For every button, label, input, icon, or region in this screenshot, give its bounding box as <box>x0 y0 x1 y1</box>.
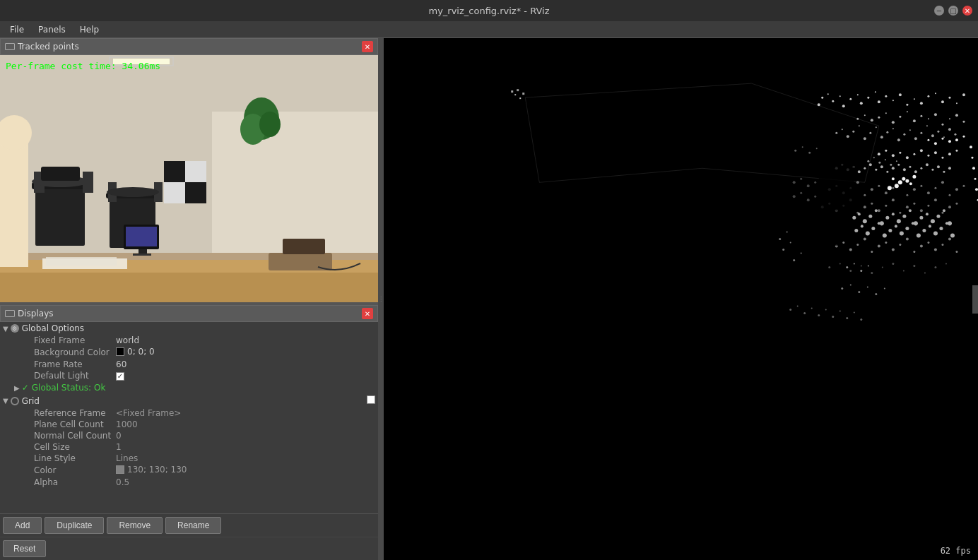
line-style-label: Line Style <box>3 453 116 463</box>
viewport-resize-handle[interactable] <box>972 285 978 314</box>
displays-panel-close[interactable]: ✕ <box>362 308 373 319</box>
svg-point-269 <box>782 249 784 251</box>
svg-rect-38 <box>384 41 978 557</box>
menu-file[interactable]: File <box>3 23 31 36</box>
svg-rect-253 <box>819 154 854 210</box>
window-title: my_rviz_config.rviz* - RViz <box>428 6 549 16</box>
svg-point-70 <box>871 119 873 121</box>
svg-point-101 <box>931 134 934 137</box>
svg-point-288 <box>873 157 875 158</box>
svg-point-308 <box>789 309 791 311</box>
grid-color-label: Color <box>3 465 116 475</box>
svg-point-187 <box>897 219 901 223</box>
global-options-row[interactable]: ▼ ⚙ Global Options <box>0 322 378 335</box>
svg-rect-16 <box>0 273 378 302</box>
fixed-frame-row: Fixed Frame world <box>0 335 378 346</box>
svg-point-98 <box>914 137 917 140</box>
svg-point-100 <box>926 125 928 126</box>
svg-point-178 <box>955 203 958 205</box>
svg-point-192 <box>926 213 929 215</box>
grid-color-swatch <box>116 465 124 474</box>
default-light-value[interactable]: ✓ <box>116 371 375 381</box>
grid-color-row: Color 130; 130; 130 <box>0 464 378 477</box>
duplicate-button[interactable]: Duplicate <box>45 517 104 534</box>
svg-point-241 <box>948 140 951 143</box>
svg-point-148 <box>892 187 894 189</box>
svg-point-107 <box>885 150 887 152</box>
svg-point-152 <box>920 185 922 187</box>
minimize-button[interactable]: − <box>934 6 944 16</box>
reference-frame-value[interactable]: <Fixed Frame> <box>116 408 375 418</box>
svg-point-217 <box>849 248 852 251</box>
svg-point-146 <box>878 185 880 187</box>
global-options-expand-arrow: ▼ <box>3 325 8 333</box>
rename-button[interactable]: Rename <box>165 517 221 534</box>
grid-color-value[interactable]: 130; 130; 130 <box>116 465 375 476</box>
frame-rate-value[interactable]: 60 <box>116 359 375 369</box>
line-style-value[interactable]: Lines <box>116 453 375 463</box>
remove-button[interactable]: Remove <box>107 517 163 534</box>
cell-size-label: Cell Size <box>3 442 116 452</box>
grid-icon <box>11 397 19 405</box>
normal-cell-count-value[interactable]: 0 <box>116 431 375 441</box>
add-button[interactable]: Add <box>3 517 42 534</box>
displays-list[interactable]: ▼ ⚙ Global Options Fixed Frame world Bac… <box>0 322 378 513</box>
svg-point-205 <box>900 231 904 235</box>
background-color-row: Background Color 0; 0; 0 <box>0 346 378 359</box>
default-light-checkbox[interactable]: ✓ <box>116 372 124 381</box>
svg-point-44 <box>821 97 823 99</box>
svg-point-67 <box>962 93 965 96</box>
svg-point-53 <box>867 97 869 99</box>
maximize-button[interactable]: □ <box>948 6 958 16</box>
svg-point-74 <box>899 116 901 118</box>
menu-help[interactable]: Help <box>73 23 106 36</box>
grid-checkbox[interactable] <box>367 395 375 404</box>
grid-row[interactable]: ▼ Grid <box>0 394 378 407</box>
svg-point-93 <box>886 131 888 133</box>
svg-point-195 <box>943 209 945 212</box>
svg-point-77 <box>920 115 922 117</box>
fps-display: 62 fps <box>941 546 971 556</box>
3d-viewport[interactable]: 62 fps <box>384 38 978 560</box>
svg-point-310 <box>803 312 806 314</box>
svg-rect-29 <box>126 227 157 246</box>
plane-cell-count-value[interactable]: 1000 <box>116 419 375 429</box>
svg-rect-7 <box>185 182 206 203</box>
svg-point-230 <box>941 244 943 246</box>
svg-point-63 <box>935 93 936 94</box>
svg-point-91 <box>876 126 877 128</box>
background-color-text: 0; 0; 0 <box>127 347 155 357</box>
close-button[interactable]: ✕ <box>962 6 972 16</box>
svg-point-264 <box>924 272 926 273</box>
global-status-row[interactable]: ▶ ✓ Global Status: Ok <box>0 381 378 394</box>
cell-size-value[interactable]: 1 <box>116 442 375 452</box>
svg-point-286 <box>912 175 916 179</box>
svg-point-81 <box>949 118 950 119</box>
svg-point-60 <box>914 98 915 100</box>
camera-panel-close[interactable]: ✕ <box>362 41 373 52</box>
svg-point-204 <box>895 225 897 227</box>
svg-point-166 <box>871 203 873 205</box>
reset-button[interactable]: Reset <box>3 540 46 557</box>
svg-point-261 <box>892 263 894 265</box>
svg-point-54 <box>875 91 876 93</box>
plane-cell-count-label: Plane Cell Count <box>3 419 116 429</box>
background-color-value[interactable]: 0; 0; 0 <box>116 347 375 358</box>
svg-point-245 <box>793 181 796 184</box>
svg-point-57 <box>892 100 894 101</box>
svg-point-210 <box>929 225 931 227</box>
camera-view: Per-frame cost time: 34.06ms <box>0 55 378 302</box>
svg-point-280 <box>902 177 905 181</box>
svg-point-111 <box>913 153 915 155</box>
grid-expand-arrow: ▼ <box>3 397 8 405</box>
vertical-resize-handle[interactable]: ⋮ <box>378 38 384 560</box>
svg-point-202 <box>883 233 887 237</box>
svg-point-172 <box>913 203 915 205</box>
svg-point-312 <box>818 314 820 316</box>
svg-point-222 <box>885 242 887 244</box>
svg-point-290 <box>885 159 886 160</box>
alpha-value[interactable]: 0.5 <box>116 477 375 487</box>
svg-point-117 <box>955 150 958 152</box>
menu-panels[interactable]: Panels <box>31 23 73 36</box>
fixed-frame-value[interactable]: world <box>116 335 375 345</box>
